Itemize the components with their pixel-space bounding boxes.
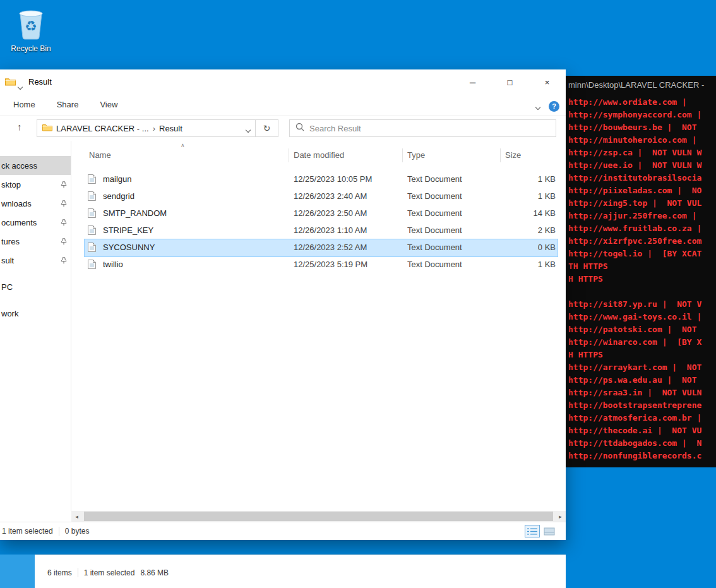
breadcrumb-current[interactable]: Result <box>159 124 182 133</box>
title-bar[interactable]: Result ─ □ × <box>0 69 566 95</box>
help-icon[interactable]: ? <box>549 101 559 112</box>
sidebar-item-label: wnloads <box>1 199 32 208</box>
view-switcher <box>525 525 557 537</box>
file-date-modified: 12/26/2023 2:50 AM <box>294 208 367 218</box>
refresh-button[interactable]: ↻ <box>256 119 278 137</box>
sidebar-item[interactable]: sult <box>0 251 71 270</box>
details-view-button[interactable] <box>525 525 540 537</box>
pin-icon <box>61 181 67 190</box>
status-divider <box>78 568 78 577</box>
background-items-count: 6 items <box>47 568 72 577</box>
file-type: Text Document <box>407 191 462 201</box>
column-divider[interactable] <box>402 148 403 162</box>
pin-icon <box>61 219 67 228</box>
file-row[interactable]: sendgrid 12/26/2023 2:40 AM Text Documen… <box>72 188 566 205</box>
text-document-icon <box>88 243 96 254</box>
sidebar-item[interactable]: work <box>0 304 71 323</box>
explorer-status-bar: 1 item selected 0 bytes <box>0 522 566 540</box>
file-row[interactable]: mailgun 12/25/2023 10:05 PM Text Documen… <box>72 171 566 188</box>
text-document-icon <box>88 191 96 203</box>
file-name: sendgrid <box>103 191 134 201</box>
text-document-icon <box>88 174 96 186</box>
maximize-button[interactable]: □ <box>491 69 528 95</box>
file-size: 2 KB <box>492 225 556 235</box>
pin-icon <box>61 237 67 247</box>
large-icons-view-button[interactable] <box>542 525 557 537</box>
search-box[interactable] <box>289 119 556 137</box>
file-row[interactable]: SYCOSUNNY 12/26/2023 2:52 AM Text Docume… <box>72 239 566 256</box>
column-header-name[interactable]: Name <box>89 150 111 160</box>
sidebar-item-label: tures <box>1 237 20 246</box>
minimize-icon: ─ <box>470 78 475 87</box>
sidebar-item[interactable]: ck access <box>0 156 71 175</box>
sidebar-item[interactable]: wnloads <box>0 194 71 213</box>
up-arrow-icon[interactable]: ↑ <box>17 121 22 132</box>
ribbon-collapse-icon[interactable] <box>536 100 540 112</box>
sort-ascending-icon[interactable]: ∧ <box>181 142 185 148</box>
close-button[interactable]: × <box>528 69 566 95</box>
minimize-button[interactable]: ─ <box>454 69 491 95</box>
background-selection-size: 8.86 MB <box>140 568 169 577</box>
file-size: 0 KB <box>492 243 556 252</box>
scroll-left-icon[interactable]: ◂ <box>71 511 82 522</box>
file-size: 1 KB <box>492 191 556 201</box>
address-dropdown-icon[interactable] <box>246 123 250 134</box>
ribbon-tab[interactable]: Home <box>3 95 46 114</box>
recycle-bin-shortcut[interactable]: ♻ Recycle Bin <box>5 4 57 53</box>
background-selection-count: 1 item selected <box>84 568 135 577</box>
search-input[interactable] <box>309 124 550 133</box>
file-row[interactable]: STRIPE_KEY 12/26/2023 1:10 AM Text Docum… <box>72 222 566 239</box>
status-selection-count: 1 item selected <box>2 527 53 536</box>
console-line: http://minutoheroico.com | <box>568 134 716 147</box>
horizontal-scrollbar[interactable]: ◂ ▸ <box>71 511 566 522</box>
sidebar-item[interactable]: ocuments <box>0 213 71 232</box>
file-row[interactable]: SMTP_RANDOM 12/26/2023 2:50 AM Text Docu… <box>72 205 566 222</box>
sidebar-item[interactable]: PC <box>0 277 71 296</box>
column-header-type[interactable]: Type <box>407 150 425 160</box>
scrollbar-thumb[interactable] <box>84 512 553 521</box>
sidebar-item-label: sktop <box>1 180 21 189</box>
file-name: mailgun <box>103 174 132 184</box>
console-line: TH HTTPS <box>568 260 716 273</box>
column-header-date-modified[interactable]: Date modified <box>294 150 344 160</box>
column-headers: ∧ Name Date modified Type Size <box>72 147 566 164</box>
taskbar-button[interactable] <box>0 555 35 588</box>
scroll-right-icon[interactable]: ▸ <box>555 511 566 522</box>
sidebar-item-label: ocuments <box>1 218 37 227</box>
console-line: http://symphonyaccord.com | <box>568 109 716 121</box>
console-line: http://sit87.yp.ru | NOT V <box>568 298 716 311</box>
console-line: http://thecode.ai | NOT VU <box>568 424 716 437</box>
sidebar-item-label: ck access <box>1 161 37 171</box>
maximize-icon: □ <box>508 78 513 87</box>
column-header-size[interactable]: Size <box>505 150 521 160</box>
file-date-modified: 12/26/2023 2:40 AM <box>294 191 367 201</box>
console-line: H HTTPS <box>568 273 716 285</box>
file-date-modified: 12/25/2023 5:19 PM <box>294 260 367 269</box>
column-divider[interactable] <box>289 148 289 162</box>
close-icon: × <box>545 78 550 87</box>
file-type: Text Document <box>407 225 462 235</box>
pin-icon <box>61 256 67 266</box>
file-size: 1 KB <box>492 260 556 269</box>
file-list: mailgun 12/25/2023 10:05 PM Text Documen… <box>72 171 566 273</box>
address-bar: ↑ LARAVEL CRACKER - ... › Result ↻ <box>0 116 566 141</box>
recycle-bin-label: Recycle Bin <box>5 44 57 53</box>
file-type: Text Document <box>407 174 462 184</box>
address-breadcrumb[interactable]: LARAVEL CRACKER - ... › Result <box>37 119 256 137</box>
console-window[interactable]: minn\Desktop\LARAVEL CRACKER - http://ww… <box>566 76 716 467</box>
breadcrumb-root[interactable]: LARAVEL CRACKER - ... <box>56 124 149 133</box>
quick-access-toolbar-caret-icon[interactable] <box>18 80 22 92</box>
ribbon-tabs: HomeShareView <box>0 95 566 114</box>
file-row[interactable]: twillio 12/25/2023 5:19 PM Text Document… <box>72 256 566 273</box>
column-divider[interactable] <box>500 148 501 162</box>
console-line: http://uee.io | NOT VULN W <box>568 159 716 172</box>
sidebar-item[interactable]: tures <box>0 232 71 251</box>
file-type: Text Document <box>407 243 462 252</box>
console-title: minn\Desktop\LARAVEL CRACKER - <box>566 76 716 95</box>
console-line <box>568 285 716 298</box>
sidebar-item[interactable]: sktop <box>0 175 71 194</box>
console-line: http://www.gai-toys.co.il | <box>568 311 716 323</box>
ribbon-tab[interactable]: View <box>89 95 128 114</box>
ribbon-tab[interactable]: Share <box>46 95 90 114</box>
console-line: http://sraa3.in | NOT VULN <box>568 387 716 399</box>
